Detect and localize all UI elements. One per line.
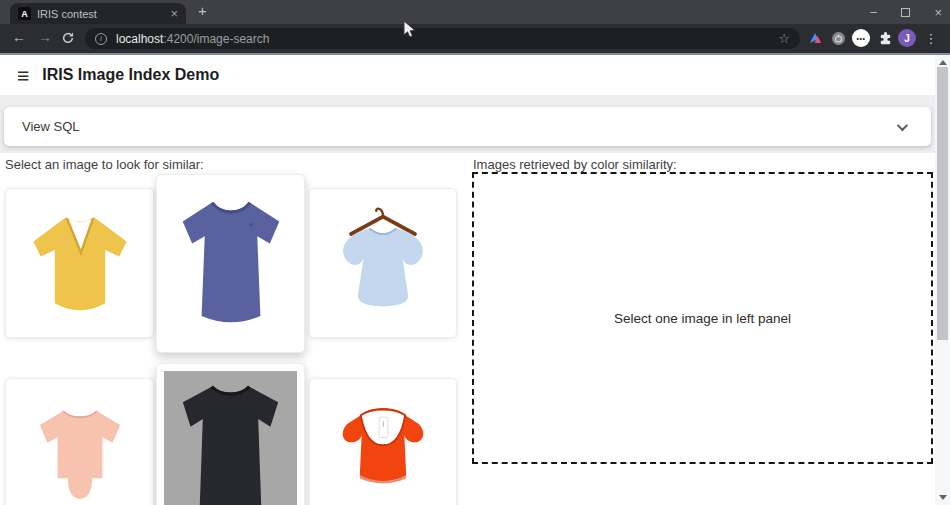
scroll-down-icon[interactable] xyxy=(939,495,947,500)
right-panel-heading: Images retrieved by color similarity: xyxy=(473,157,677,172)
scrollbar-thumb[interactable] xyxy=(937,67,948,340)
yellow-vneck-top-image xyxy=(24,204,136,322)
extensions-puzzle-icon[interactable] xyxy=(876,29,894,47)
results-dropzone: Select one image in left panel xyxy=(472,172,933,464)
blue-tshirt-image xyxy=(168,190,294,337)
lightblue-blouse-image xyxy=(325,202,441,324)
browser-toolbar: ← → i localhost:4200/image-search ☆ xyxy=(0,24,950,53)
product-card-yellow-top[interactable] xyxy=(5,188,154,338)
maximize-button[interactable] xyxy=(901,8,910,17)
browser-tab-strip: A IRIS contest × + − × xyxy=(0,0,950,24)
chevron-down-icon[interactable] xyxy=(897,119,908,130)
hamburger-menu-icon[interactable]: ≡ xyxy=(17,65,29,86)
browser-window: A IRIS contest × + − × ← → i localhost:4… xyxy=(0,0,950,505)
peach-onesie-image xyxy=(24,394,136,505)
product-card-black-tshirt[interactable] xyxy=(156,363,305,505)
page-title: IRIS Image Index Demo xyxy=(42,66,219,84)
close-window-button[interactable]: × xyxy=(934,6,942,19)
favicon-icon: A xyxy=(18,7,31,20)
site-info-icon[interactable]: i xyxy=(95,33,107,45)
back-button[interactable]: ← xyxy=(12,29,26,45)
window-controls: − × xyxy=(870,0,942,24)
product-card-orange-croptop[interactable] xyxy=(309,378,457,505)
browser-tab[interactable]: A IRIS contest × xyxy=(10,3,186,24)
page-scrollbar[interactable] xyxy=(935,55,950,505)
bookmark-star-icon[interactable]: ☆ xyxy=(778,31,790,46)
mouse-cursor xyxy=(403,20,416,39)
view-sql-panel[interactable]: View SQL xyxy=(4,107,931,146)
address-bar[interactable]: i localhost:4200/image-search ☆ xyxy=(85,28,800,49)
results-placeholder-text: Select one image in left panel xyxy=(614,311,791,326)
reload-button[interactable] xyxy=(61,31,75,49)
extension-dots-icon[interactable]: ••• xyxy=(852,29,870,47)
extension-grey-icon[interactable] xyxy=(829,29,847,47)
url-text: localhost:4200/image-search xyxy=(116,32,269,46)
extension-colorful-icon[interactable] xyxy=(806,29,824,47)
product-card-blue-tshirt[interactable] xyxy=(156,174,305,353)
tab-close-icon[interactable]: × xyxy=(170,7,178,20)
main-content: Select an image to look for similar: Ima… xyxy=(0,153,935,505)
orange-croptop-image xyxy=(325,392,441,505)
view-sql-label: View SQL xyxy=(22,119,80,134)
new-tab-button[interactable]: + xyxy=(198,2,207,19)
tab-title: IRIS contest xyxy=(37,8,170,20)
product-card-lightblue-blouse[interactable] xyxy=(309,188,457,338)
product-card-peach-onesie[interactable] xyxy=(5,378,154,505)
browser-menu-icon[interactable]: ⋮ xyxy=(922,29,940,47)
profile-avatar[interactable]: J xyxy=(898,29,916,47)
black-tshirt-image xyxy=(164,371,297,505)
scroll-up-icon[interactable] xyxy=(939,60,947,65)
left-panel-heading: Select an image to look for similar: xyxy=(5,157,204,172)
minimize-button[interactable]: − xyxy=(870,6,878,19)
app-header: ≡ IRIS Image Index Demo xyxy=(0,55,935,95)
forward-button[interactable]: → xyxy=(38,29,52,45)
